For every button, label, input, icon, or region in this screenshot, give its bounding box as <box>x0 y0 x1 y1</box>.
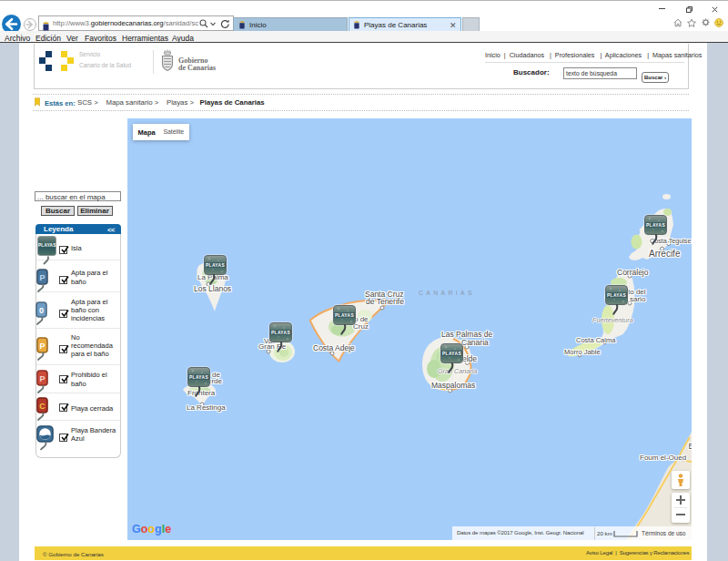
svg-text:0: 0 <box>39 306 44 315</box>
svg-text:C: C <box>39 402 46 411</box>
svg-text:P: P <box>39 342 45 351</box>
svg-text:P: P <box>39 374 45 383</box>
svg-text:P: P <box>39 273 45 282</box>
